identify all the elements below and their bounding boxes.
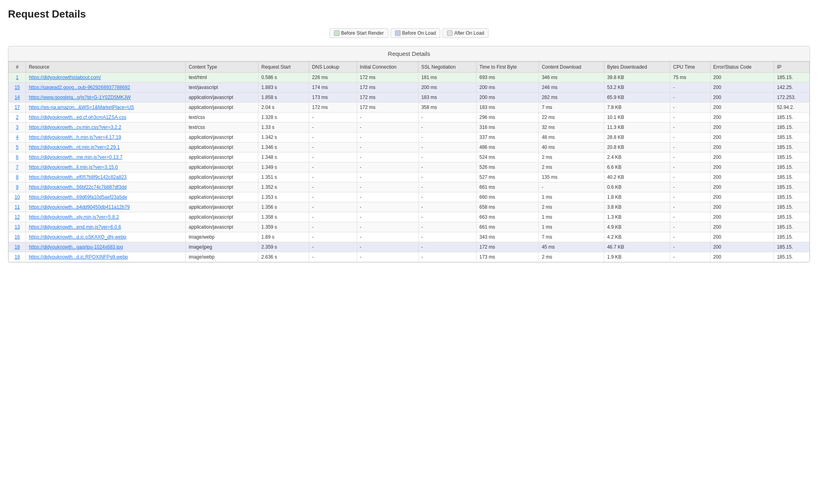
cell-bytes_downloaded: 2.4 KB [604,152,670,162]
row-num-link[interactable]: 16 [14,234,20,240]
resource-link[interactable]: https://pagead2.goog...pub-9629268937788… [29,85,130,90]
cell-dns_lookup: - [309,202,357,212]
resource-link[interactable]: https://didyouknowth...gaqrlpu-1024x683.… [29,244,123,250]
row-num-link[interactable]: 5 [16,144,19,150]
table-row: 1https://didyouknowthistabout.com/text/h… [9,73,810,83]
cell-initial_connection: - [357,113,418,123]
cell-ip: 185.15. [774,152,810,162]
row-num-link[interactable]: 7 [16,164,19,170]
cell-num: 11 [9,202,26,212]
cell-resource[interactable]: https://ws-na.amazon...&WS=1&MarketPlace… [26,103,186,113]
cell-resource[interactable]: https://didyouknowth...end.min.js?ver=6.… [26,222,186,232]
cell-resource[interactable]: https://didyouknowth...gaqrlpu-1024x683.… [26,242,186,252]
cell-bytes_downloaded: 65.9 KB [604,93,670,103]
resource-link[interactable]: https://didyouknowth...56bf22c74c7b887df… [29,184,127,190]
th-resource: Resource [26,62,186,73]
resource-link[interactable]: https://didyouknowth...end.min.js?ver=6.… [29,224,121,230]
cell-dns_lookup: - [309,192,357,202]
row-num-link[interactable]: 4 [16,134,19,140]
cell-resource[interactable]: https://didyouknowth...ply.min.js?ver=5.… [26,212,186,222]
row-num-link[interactable]: 14 [14,95,20,100]
cell-time_to_first_byte: 173 ms [477,252,539,262]
cell-initial_connection: - [357,192,418,202]
cell-resource[interactable]: https://didyouknowth...ef057b8f9c142c82a… [26,172,186,182]
cell-time_to_first_byte: 527 ms [477,172,539,182]
resource-link[interactable]: https://didyouknowthistabout.com/ [29,75,101,80]
cell-ssl_negotiation: 181 ms [418,73,477,83]
cell-resource[interactable]: https://didyouknowth...cy.min.css?ver=3.… [26,123,186,132]
cell-time_to_first_byte: 663 ms [477,212,539,222]
resource-link[interactable]: https://didyouknowth...69d69fa10d5aef23a… [29,194,127,200]
resource-link[interactable]: https://www.googleta...g/js?id=G-1Y0ZD5M… [29,95,131,100]
cell-error_status_code: 200 [710,103,774,113]
cell-resource[interactable]: https://didyouknowth...h.min.js?ver=4.17… [26,132,186,142]
cell-resource[interactable]: https://didyouknowth...nt.min.js?ver=2.2… [26,142,186,152]
row-num-link[interactable]: 1 [16,75,19,80]
cell-request_start: 1.359 s [258,222,309,232]
resource-link[interactable]: https://didyouknowth...h.min.js?ver=4.17… [29,134,121,140]
cell-error_status_code: 200 [710,252,774,262]
row-num-link[interactable]: 9 [16,184,19,190]
cell-ssl_negotiation: - [418,252,477,262]
row-num-link[interactable]: 11 [14,204,20,210]
row-num-link[interactable]: 19 [14,254,20,260]
cell-cpu_time: - [670,192,710,202]
row-num-link[interactable]: 18 [14,244,20,250]
resource-link[interactable]: https://didyouknowth...ed.cf.oh3cmA1ZSA.… [29,115,126,120]
cell-content_type: text/css [186,123,258,132]
resource-link[interactable]: https://didyouknowth...d.ic.oSKAXQ_dhj.w… [29,234,126,240]
cell-content_download: 7 ms [539,103,604,113]
cell-initial_connection: - [357,222,418,232]
resource-link[interactable]: https://didyouknowth...ef057b8f9c142c82a… [29,174,127,180]
row-num-link[interactable]: 3 [16,125,19,130]
table-row: 4https://didyouknowth...h.min.js?ver=4.1… [9,132,810,142]
row-num-link[interactable]: 15 [14,85,20,90]
resource-link[interactable]: https://didyouknowth...ply.min.js?ver=5.… [29,214,119,220]
cell-num: 12 [9,212,26,222]
cell-content_type: application/javascript [186,162,258,172]
cell-time_to_first_byte: 658 ms [477,202,539,212]
resource-link[interactable]: https://didyouknowth...b4dd90450db411a12… [29,204,130,210]
cell-initial_connection: - [357,182,418,192]
legend-before-start-render: Before Start Render [330,28,388,38]
resource-link[interactable]: https://didyouknowth...nt.min.js?ver=2.2… [29,144,120,150]
row-num-link[interactable]: 13 [14,224,20,230]
cell-resource[interactable]: https://didyouknowth...ed.cf.oh3cmA1ZSA.… [26,113,186,123]
cell-bytes_downloaded: 6.6 KB [604,162,670,172]
resource-link[interactable]: https://didyouknowth...me.min.js?ver=0.1… [29,154,122,160]
resource-link[interactable]: https://ws-na.amazon...&WS=1&MarketPlace… [29,105,134,110]
cell-resource[interactable]: https://didyouknowth...ll.min.js?ver=3.1… [26,162,186,172]
cell-content_download: 1 ms [539,212,604,222]
cell-content_type: application/javascript [186,152,258,162]
cell-resource[interactable]: https://www.googleta...g/js?id=G-1Y0ZD5M… [26,93,186,103]
cell-resource[interactable]: https://didyouknowth...d.ic.oSKAXQ_dhj.w… [26,232,186,242]
cell-time_to_first_byte: 172 ms [477,242,539,252]
resource-link[interactable]: https://didyouknowth...d.ic.RPQXINFPg9.w… [29,254,128,260]
cell-error_status_code: 200 [710,152,774,162]
cell-error_status_code: 200 [710,132,774,142]
cell-num: 8 [9,172,26,182]
cell-num: 5 [9,142,26,152]
cell-resource[interactable]: https://didyouknowth...69d69fa10d5aef23a… [26,192,186,202]
row-num-link[interactable]: 8 [16,174,19,180]
cell-resource[interactable]: https://didyouknowth...d.ic.RPQXINFPg9.w… [26,252,186,262]
row-num-link[interactable]: 12 [14,214,20,220]
row-num-link[interactable]: 2 [16,115,19,120]
cell-resource[interactable]: https://didyouknowthistabout.com/ [26,73,186,83]
cell-resource[interactable]: https://didyouknowth...me.min.js?ver=0.1… [26,152,186,162]
cell-dns_lookup: 226 ms [309,73,357,83]
cell-ip: 185.15. [774,212,810,222]
resource-link[interactable]: https://didyouknowth...cy.min.css?ver=3.… [29,125,121,130]
cell-ip: 185.15. [774,242,810,252]
cell-resource[interactable]: https://pagead2.goog...pub-9629268937788… [26,83,186,93]
row-num-link[interactable]: 17 [14,105,20,110]
cell-resource[interactable]: https://didyouknowth...56bf22c74c7b887df… [26,182,186,192]
resource-link[interactable]: https://didyouknowth...ll.min.js?ver=3.1… [29,164,118,170]
cell-content_type: text/javascript [186,83,258,93]
cell-dns_lookup: - [309,252,357,262]
row-num-link[interactable]: 10 [14,194,20,200]
cell-time_to_first_byte: 316 ms [477,123,539,132]
table-row: 13https://didyouknowth...end.min.js?ver=… [9,222,810,232]
row-num-link[interactable]: 6 [16,154,19,160]
cell-resource[interactable]: https://didyouknowth...b4dd90450db411a12… [26,202,186,212]
